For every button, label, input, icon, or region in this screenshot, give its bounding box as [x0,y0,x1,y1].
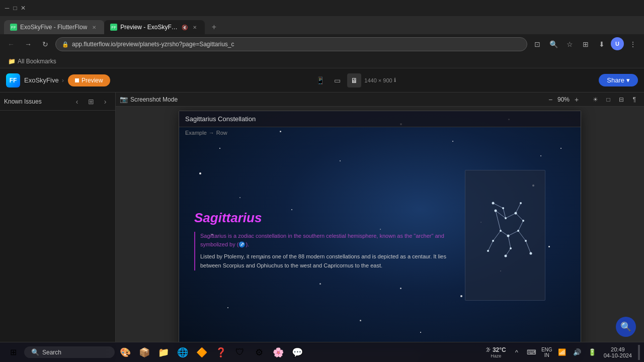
ff-share-button[interactable]: Share ▾ [599,74,638,86]
zoom-in-button[interactable]: + [572,95,582,105]
tablet-device-btn[interactable]: ▭ [330,73,344,87]
ff-project-name[interactable]: ExoSkyFive [24,76,59,84]
sun-view-icon[interactable]: ☀ [590,94,601,105]
tab-close-2[interactable]: ✕ [191,23,199,31]
tab-title-2: Preview - ExoSkyFive [120,24,179,31]
tab-preview[interactable]: FF Preview - ExoSkyFive 🔇 ✕ [104,20,205,34]
svg-line-11 [506,248,511,256]
taskbar-app-9[interactable]: 🌸 [270,344,287,361]
ki-prev-button[interactable]: ‹ [71,96,83,108]
constellation-page: Sagittarius Constellation Example → Row [179,111,581,356]
ff-preview-button[interactable]: Preview [68,74,110,86]
svg-point-21 [507,235,510,237]
ki-grid-button[interactable]: ⊞ [85,96,97,108]
bookmarks-folder[interactable]: 📁 All Bookmarks [4,57,60,66]
tab-mute-icon[interactable]: 🔇 [182,25,188,30]
profile-avatar[interactable]: U [611,37,624,50]
weather-condition: Haze [491,353,501,358]
system-clock[interactable]: 20:49 04-10-2024 [601,346,635,358]
tab-close-1[interactable]: ✕ [90,23,98,31]
preview-area: 📷 Screenshot Mode − 90% + ☀ □ ⊟ ¶ [116,93,644,362]
title-bar: ─ □ ✕ [0,0,644,16]
svg-point-31 [530,252,532,255]
taskbar-app-7[interactable]: 🛡 [231,344,249,361]
new-tab-button[interactable]: + [207,20,221,34]
taskbar-app-8[interactable]: ⚙ [251,344,268,361]
svg-point-29 [487,250,489,252]
svg-line-9 [516,203,521,213]
address-bar: ← → ↻ 🔒 app.flutterflow.io/preview/plane… [0,34,644,54]
weather-icon: 🌫 [486,347,491,352]
tab-favicon-1: FF [10,24,17,31]
star-icon[interactable]: ☆ [562,37,577,51]
desktop-device-btn[interactable]: 🖥 [347,73,361,87]
svg-point-23 [502,207,504,209]
zoom-out-button[interactable]: − [545,95,555,105]
tray-volume[interactable]: 🔊 [571,345,584,360]
taskbar-search-text: Search [42,349,61,356]
reload-button[interactable]: ↻ [38,37,52,51]
zoom-icon[interactable]: 🔍 [546,37,560,51]
split-view-icon[interactable]: ⊟ [616,94,627,105]
svg-line-14 [518,231,526,241]
browser-window: ─ □ ✕ FF ExoSkyFive - FlutterFlow ✕ FF P… [0,0,644,362]
forward-button[interactable]: → [21,37,35,51]
tray-wifi[interactable]: 📶 [555,345,569,360]
ff-logo: FF [6,73,20,87]
right-content [465,170,566,311]
weather-widget[interactable]: 🌫 32°C Haze [486,346,506,358]
phone-view-icon[interactable]: □ [603,94,614,105]
close-button[interactable]: ✕ [20,5,26,11]
menu-icon[interactable]: ⋮ [626,37,640,51]
svg-point-30 [525,240,527,242]
tab-favicon-2: FF [110,24,117,31]
mobile-device-btn[interactable]: 📱 [313,73,327,87]
page-title: Sagittarius Constellation [185,115,256,123]
tab-title-1: ExoSkyFive - FlutterFlow [20,24,87,31]
fab-search-button[interactable]: 🔍 [616,317,636,337]
text-view-icon[interactable]: ¶ [629,94,640,105]
taskbar-app-6[interactable]: ❓ [212,344,229,361]
address-input[interactable]: 🔒 app.flutterflow.io/preview/planets-yzr… [55,37,527,51]
main-layout: Known Issues ‹ ⊞ › 📷 Screenshot Mode − 9… [0,93,644,362]
svg-point-28 [492,240,494,242]
taskbar-app-2[interactable]: 📦 [136,344,153,361]
tray-chevron[interactable]: ^ [510,345,523,360]
breadcrumb-row: Row [216,130,227,136]
svg-line-1 [506,213,516,218]
maximize-button[interactable]: □ [12,5,18,11]
taskbar-search[interactable]: 🔍 Search [24,346,115,358]
tabs-bar: FF ExoSkyFive - FlutterFlow ✕ FF Preview… [0,16,644,34]
preview-header: 📷 Screenshot Mode − 90% + ☀ □ ⊟ ¶ [116,93,644,107]
zoom-value: 90% [557,96,570,103]
window-controls: ─ □ ✕ [4,5,26,11]
bookmarks-bar: 📁 All Bookmarks [0,54,644,68]
view-icons: ☀ □ ⊟ ¶ [590,94,640,105]
preview-canvas[interactable]: Sagittarius Constellation Example → Row [116,107,644,362]
ki-next-button[interactable]: › [99,96,111,108]
tray-language[interactable]: ENG IN [540,345,553,360]
content-area: Sagittarius Sagittarius is a zodiac cons… [179,139,581,341]
taskbar-app-4[interactable]: 🌐 [174,344,191,361]
svg-line-8 [493,203,503,208]
constellation-svg [465,170,545,301]
taskbar-app-3[interactable]: 📁 [155,344,172,361]
download-icon[interactable]: ⬇ [595,37,609,51]
taskbar-app-10[interactable]: 💬 [289,344,306,361]
tab-exoskyfive[interactable]: FF ExoSkyFive - FlutterFlow ✕ [4,20,104,34]
taskbar-app-1[interactable]: 🎨 [117,344,134,361]
screenshot-icon: 📷 [120,96,128,103]
info-icon[interactable]: ℹ [394,77,396,83]
toolbar-actions: ⊡ 🔍 ☆ ⊞ ⬇ U ⋮ [530,37,640,51]
tray-battery[interactable]: 🔋 [586,345,599,360]
left-content: Sagittarius Sagittarius is a zodiac cons… [194,210,465,270]
cast-icon[interactable]: ⊡ [530,37,544,51]
start-button[interactable]: ⊞ [4,344,22,360]
extensions-icon[interactable]: ⊞ [579,37,593,51]
clock-time: 20:49 [611,346,625,352]
taskbar-app-5[interactable]: 🔶 [193,344,210,361]
back-button[interactable]: ← [4,37,18,51]
show-desktop-button[interactable] [638,345,640,360]
minimize-button[interactable]: ─ [4,5,10,11]
tray-keyboard[interactable]: ⌨ [525,345,538,360]
